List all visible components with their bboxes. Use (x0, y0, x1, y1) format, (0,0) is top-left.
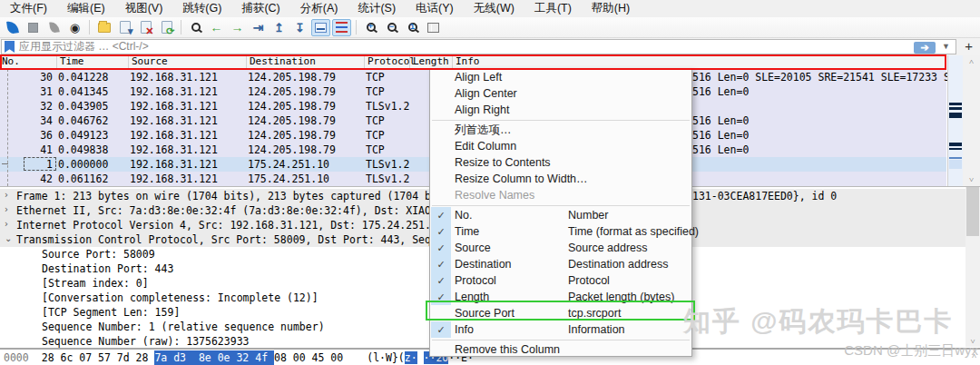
stop-capture-icon[interactable] (24, 19, 43, 36)
zoom-out-icon[interactable]: − (382, 19, 401, 36)
menu-item-跳转[interactable]: 跳转(G) (172, 0, 231, 17)
hex-byte[interactable]: 00 (330, 350, 343, 365)
hex-byte[interactable]: 00 (293, 350, 312, 365)
column-divider[interactable] (128, 56, 129, 68)
zoom-in-icon[interactable]: + (361, 19, 380, 36)
menu-item-align-right[interactable]: Align Right (430, 102, 691, 118)
packet-list-header[interactable]: No.TimeSourceDestinationProtocolLengthIn… (0, 55, 946, 69)
hex-byte[interactable]: 0e (218, 350, 237, 365)
hex-byte[interactable]: 8e (199, 350, 218, 365)
menu-item-info[interactable]: ✓InformationInfo (430, 321, 691, 338)
filter-dropdown-caret-icon[interactable]: ▼ (942, 42, 950, 51)
checkbox-empty[interactable] (431, 305, 451, 321)
go-forward-icon[interactable]: → (228, 19, 247, 36)
menu-item-destination[interactable]: ✓Destination addressDestination (430, 256, 691, 272)
save-file-icon[interactable]: ▾ (115, 19, 134, 36)
menu-item-resize-column-to-width[interactable]: Resize Column to Width… (430, 171, 691, 187)
expanded-arrow-icon[interactable]: ⌄ (5, 233, 12, 243)
menu-item-source-port[interactable]: tcp.srcportSource Port (430, 305, 691, 321)
menu-item-protocol[interactable]: ✓ProtocolProtocol (430, 272, 691, 289)
menu-item-列首选项[interactable]: 列首选项… (430, 122, 691, 138)
hex-byte[interactable]: 4f (255, 350, 274, 365)
menu-item-source[interactable]: ✓Source addressSource (430, 240, 691, 256)
resize-columns-icon[interactable] (424, 19, 443, 36)
display-filter-input[interactable]: 应用显示过滤器 … <Ctrl-/> ➔ ▼ (1, 39, 956, 54)
hex-byte[interactable]: 28 (42, 350, 61, 365)
menu-item-文件[interactable]: 文件(F) (0, 0, 57, 17)
menu-item-统计[interactable]: 统计(S) (348, 0, 406, 17)
collapsed-arrow-icon[interactable]: › (5, 219, 8, 229)
collapsed-arrow-icon[interactable]: › (5, 190, 8, 200)
hex-byte[interactable]: 57 (98, 350, 117, 365)
column-divider[interactable] (246, 56, 247, 68)
hex-byte[interactable]: 07 (79, 350, 98, 365)
go-back-icon[interactable]: ← (207, 19, 226, 36)
restart-capture-icon[interactable] (44, 19, 64, 36)
hex-byte[interactable]: 08 (274, 350, 293, 365)
menu-item-resize-to-contents[interactable]: Resize to Contents (430, 154, 691, 171)
column-header-time[interactable]: Time (60, 55, 84, 67)
column-header-length[interactable]: Length (413, 55, 449, 67)
reload-file-icon[interactable]: ⟳ (157, 19, 176, 36)
add-filter-button[interactable]: + (965, 38, 973, 54)
checkmark-icon[interactable]: ✓ (431, 207, 451, 223)
scroll-up-icon[interactable]: ˄ (963, 57, 980, 66)
menu-item-align-left[interactable]: Align Left (430, 69, 691, 85)
menu-item-edit-column[interactable]: Edit Column (430, 138, 691, 154)
packet-list-scrollbar[interactable]: ˄ ˅ (963, 55, 980, 186)
checkmark-icon[interactable]: ✓ (431, 223, 451, 240)
menu-item-无线[interactable]: 无线(W) (464, 0, 524, 17)
apply-filter-button[interactable]: ➔ (914, 42, 936, 54)
menu-item-分析[interactable]: 分析(A) (290, 0, 348, 17)
menu-item-捕获[interactable]: 捕获(C) (231, 0, 289, 17)
details-scrollbar-thumb[interactable] (966, 187, 979, 236)
intelligent-scrollbar-minimap[interactable] (947, 55, 963, 186)
scroll-down-icon[interactable]: ˅ (963, 175, 980, 184)
menu-item-视图[interactable]: 视图(V) (115, 0, 173, 17)
hex-byte[interactable]: 28 (136, 350, 155, 365)
menu-item-remove-this-column[interactable]: Remove this Column (430, 341, 691, 358)
column-divider[interactable] (56, 56, 57, 68)
menu-item-align-center[interactable]: Align Center (430, 85, 691, 102)
zoom-original-icon[interactable]: 1 (403, 19, 422, 36)
hex-byte[interactable]: 7a (154, 350, 173, 365)
details-scrollbar[interactable]: ˅ (965, 187, 980, 347)
start-capture-icon[interactable] (3, 19, 22, 36)
column-divider[interactable] (409, 56, 410, 68)
hex-byte[interactable]: 45 (312, 350, 331, 365)
capture-options-icon[interactable]: ◉ (65, 19, 84, 36)
checkmark-icon[interactable]: ✓ (431, 256, 451, 272)
hex-byte[interactable]: d3 (173, 350, 199, 365)
menu-item-工具[interactable]: 工具(T) (524, 0, 582, 17)
menu-item-no[interactable]: ✓NumberNo. (430, 207, 691, 223)
go-last-icon[interactable]: ↧ (290, 19, 309, 36)
open-file-icon[interactable] (94, 19, 113, 36)
collapsed-arrow-icon[interactable]: › (5, 204, 8, 214)
find-packet-icon[interactable] (186, 19, 205, 36)
colorize-icon[interactable] (332, 19, 351, 36)
checkmark-icon[interactable]: ✓ (431, 272, 451, 289)
column-divider[interactable] (452, 56, 453, 68)
close-file-icon[interactable]: ✕ (136, 19, 155, 36)
hex-byte[interactable]: 7d (117, 350, 136, 365)
checkmark-icon[interactable]: ✓ (431, 321, 451, 338)
go-to-packet-icon[interactable]: ⇥ (249, 19, 268, 36)
hex-byte[interactable]: 32 (236, 350, 255, 365)
menu-item-time[interactable]: ✓Time (format as specified)Time (430, 223, 691, 240)
go-first-icon[interactable]: ↥ (270, 19, 289, 36)
checkmark-icon[interactable]: ✓ (431, 240, 451, 256)
filter-bookmark-icon[interactable] (5, 41, 15, 53)
column-header-info[interactable]: Info (456, 55, 480, 67)
column-header-source[interactable]: Source (132, 55, 168, 67)
column-header-destination[interactable]: Destination (250, 55, 316, 67)
menu-item-编辑[interactable]: 编辑(E) (57, 0, 115, 17)
column-header-no[interactable]: No. (2, 55, 20, 67)
menu-item-电话[interactable]: 电话(Y) (406, 0, 464, 17)
menu-item-帮助[interactable]: 帮助(H) (582, 0, 640, 17)
menu-bar: 文件(F)编辑(E)视图(V)跳转(G)捕获(C)分析(A)统计(S)电话(Y)… (0, 0, 980, 17)
menu-item-length[interactable]: ✓Packet length (bytes)Length (430, 289, 691, 305)
auto-scroll-icon[interactable] (311, 19, 330, 36)
hex-byte[interactable]: 6c (60, 350, 79, 365)
checkmark-icon[interactable]: ✓ (431, 289, 451, 305)
column-divider[interactable] (364, 56, 365, 68)
